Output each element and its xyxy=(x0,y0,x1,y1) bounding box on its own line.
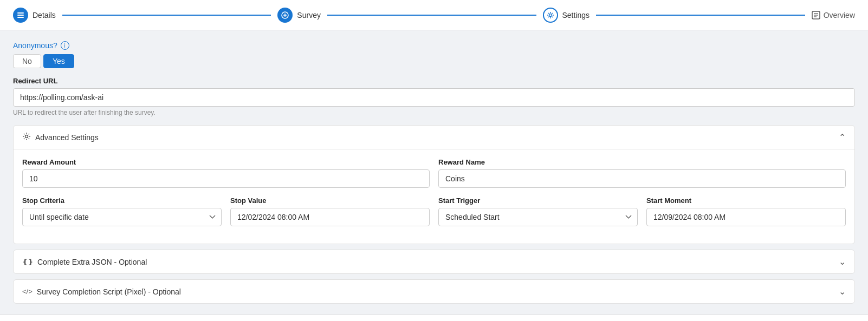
advanced-settings-header[interactable]: Advanced Settings ⌃ xyxy=(14,126,854,149)
svg-rect-1 xyxy=(17,15,24,16)
svg-point-4 xyxy=(549,14,552,16)
reward-row: Reward Amount Reward Name xyxy=(22,158,846,188)
reward-amount-label: Reward Amount xyxy=(22,158,430,166)
start-moment-input[interactable] xyxy=(646,208,846,226)
start-moment-col: Start Moment xyxy=(646,196,846,226)
reward-name-col: Reward Name xyxy=(438,158,846,188)
start-moment-label: Start Moment xyxy=(646,196,846,205)
json-icon: ❴❵ xyxy=(22,258,33,266)
extra-json-chevron-icon: ⌄ xyxy=(839,257,846,267)
step-settings-circle xyxy=(543,8,558,23)
redirect-url-hint: URL to redirect the user after finishing… xyxy=(13,109,855,116)
footer: ← Back Next → xyxy=(0,315,868,321)
reward-amount-input[interactable] xyxy=(22,169,430,188)
anonymous-yes-button[interactable]: Yes xyxy=(43,54,74,68)
completion-script-chevron-icon: ⌄ xyxy=(839,286,846,297)
completion-script-panel: </> Survey Completion Script (Pixel) - O… xyxy=(13,279,855,304)
svg-rect-2 xyxy=(17,17,24,18)
overview-label: Overview xyxy=(824,11,855,19)
svg-rect-0 xyxy=(17,12,24,14)
advanced-settings-label: Advanced Settings xyxy=(35,133,99,142)
step-details[interactable]: Details xyxy=(13,8,56,23)
step-settings[interactable]: Settings xyxy=(543,8,590,23)
reward-amount-col: Reward Amount xyxy=(22,158,430,188)
reward-name-input[interactable] xyxy=(438,169,846,188)
stop-value-col: Stop Value xyxy=(230,196,430,226)
reward-name-label: Reward Name xyxy=(438,158,846,166)
step-line-1 xyxy=(62,15,271,16)
step-settings-label: Settings xyxy=(562,11,590,19)
step-survey-label: Survey xyxy=(297,11,321,19)
advanced-settings-header-left: Advanced Settings xyxy=(22,132,99,142)
step-survey[interactable]: Survey xyxy=(277,8,321,23)
extra-json-panel: ❴❵ Complete Extra JSON - Optional ⌄ xyxy=(13,250,855,274)
step-details-circle xyxy=(13,8,28,23)
completion-script-header[interactable]: </> Survey Completion Script (Pixel) - O… xyxy=(14,280,854,303)
completion-script-label: Survey Completion Script (Pixel) - Optio… xyxy=(37,287,181,296)
redirect-url-label: Redirect URL xyxy=(13,77,855,85)
stepper-steps: Details Survey Settings xyxy=(13,8,812,23)
main-content: Anonymous? i No Yes Redirect URL URL to … xyxy=(0,30,868,315)
extra-json-header-left: ❴❵ Complete Extra JSON - Optional xyxy=(22,258,147,266)
step-line-3 xyxy=(596,15,805,16)
anonymous-no-button[interactable]: No xyxy=(13,54,41,68)
stop-start-row: Stop Criteria Until specific date Specif… xyxy=(22,196,846,226)
extra-json-header[interactable]: ❴❵ Complete Extra JSON - Optional ⌄ xyxy=(14,250,854,273)
redirect-url-input[interactable] xyxy=(13,88,855,107)
advanced-settings-body: Reward Amount Reward Name Stop Criteria … xyxy=(14,149,854,244)
stop-criteria-col: Stop Criteria Until specific date Specif… xyxy=(22,196,222,226)
stop-value-input[interactable] xyxy=(230,208,430,226)
stop-value-label: Stop Value xyxy=(230,196,430,205)
advanced-settings-panel: Advanced Settings ⌃ Reward Amount Reward… xyxy=(13,125,855,244)
start-trigger-select[interactable]: Scheduled Start Immediate Manual xyxy=(438,208,638,226)
anonymous-info-icon[interactable]: i xyxy=(61,41,69,50)
svg-point-9 xyxy=(25,135,28,138)
step-line-2 xyxy=(327,15,536,16)
stepper-bar: Details Survey Settings Overview xyxy=(0,0,868,30)
gear-icon xyxy=(22,132,31,142)
step-details-label: Details xyxy=(33,11,56,19)
advanced-settings-chevron-icon: ⌃ xyxy=(839,132,846,142)
stop-criteria-select[interactable]: Until specific date Specific number Neve… xyxy=(22,208,222,226)
start-trigger-col: Start Trigger Scheduled Start Immediate … xyxy=(438,196,638,226)
start-trigger-label: Start Trigger xyxy=(438,196,638,205)
stop-criteria-label: Stop Criteria xyxy=(22,196,222,205)
overview-button[interactable]: Overview xyxy=(812,11,855,19)
anonymous-label: Anonymous? i xyxy=(13,41,855,50)
anonymous-toggle-group: No Yes xyxy=(13,54,855,68)
step-survey-circle xyxy=(277,8,293,23)
code-icon: </> xyxy=(22,287,33,296)
extra-json-label: Complete Extra JSON - Optional xyxy=(37,258,147,266)
completion-script-header-left: </> Survey Completion Script (Pixel) - O… xyxy=(22,287,181,296)
